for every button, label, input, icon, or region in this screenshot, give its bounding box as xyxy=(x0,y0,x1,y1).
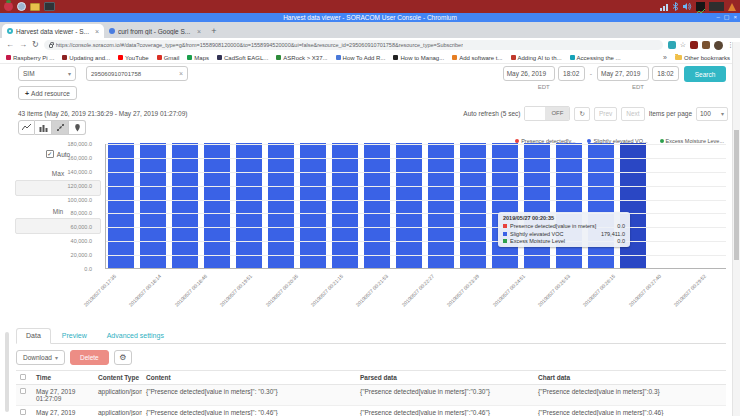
time-cell: May 27, 2019 01:27:09 xyxy=(32,385,94,406)
tab-curl-from-git[interactable]: curl from git - Google S... × xyxy=(104,24,206,38)
bookmark-item[interactable]: Accessing the ... xyxy=(570,55,621,61)
file-manager-icon[interactable] xyxy=(30,3,40,11)
start-datetime: May 26, 2019 18:02 EDT xyxy=(503,66,585,90)
bookmarks-overflow-icon[interactable]: » xyxy=(663,54,667,61)
tab-preview[interactable]: Preview xyxy=(53,329,96,343)
bar[interactable] xyxy=(588,143,614,268)
table-row[interactable]: May 27, 2019 01:23:22application/json{"P… xyxy=(16,406,726,416)
bookmark-item[interactable]: Updating and... xyxy=(62,55,110,61)
bar[interactable] xyxy=(556,143,582,268)
other-bookmarks-button[interactable]: Other bookmarks xyxy=(675,55,730,61)
gridline xyxy=(106,200,726,201)
bookmark-item[interactable]: Gmail xyxy=(157,55,180,61)
bookmark-item[interactable]: Adding AI to th... xyxy=(511,55,562,61)
bookmark-item[interactable]: YouTube xyxy=(118,55,149,61)
bar-chart-button[interactable] xyxy=(35,120,52,135)
bar[interactable] xyxy=(172,143,198,268)
gear-icon[interactable]: ⚙ xyxy=(114,350,132,365)
tab-advanced-settings[interactable]: Advanced settings xyxy=(98,329,173,343)
star-icon[interactable]: ☆ xyxy=(680,41,686,49)
bookmark-item[interactable]: Maps xyxy=(187,55,209,61)
bar[interactable] xyxy=(204,143,230,268)
browser-scrollbar[interactable] xyxy=(732,42,740,416)
terminal-icon[interactable] xyxy=(44,2,55,11)
legend-item[interactable]: Presence detected[v... xyxy=(515,138,575,144)
resource-id-field[interactable]: × xyxy=(86,66,188,81)
prev-button[interactable]: Prev xyxy=(594,107,617,121)
minimize-icon[interactable]: – xyxy=(716,13,719,22)
extension-icon[interactable] xyxy=(668,41,676,49)
clear-icon[interactable]: × xyxy=(179,70,183,77)
bar[interactable] xyxy=(428,143,454,268)
row-checkbox[interactable] xyxy=(20,388,26,394)
table-row[interactable]: May 27, 2019 01:27:09application/json{"P… xyxy=(16,385,726,406)
signal-icon[interactable] xyxy=(660,3,668,11)
bookmark-item[interactable]: CadSoft EAGL... xyxy=(217,55,268,61)
clock-widget[interactable] xyxy=(709,2,724,11)
reload-icon[interactable]: ↻ xyxy=(32,38,39,52)
browser-launcher-icon[interactable] xyxy=(17,2,26,11)
gridline xyxy=(106,227,726,228)
bar[interactable] xyxy=(620,143,646,268)
maximize-icon[interactable]: ▢ xyxy=(724,13,730,22)
bar[interactable] xyxy=(492,143,518,268)
back-icon[interactable]: ← xyxy=(6,38,14,52)
refresh-button[interactable]: ↻ xyxy=(574,107,589,121)
bar[interactable] xyxy=(300,143,326,268)
end-date-input[interactable]: May 27, 2019 xyxy=(597,66,649,81)
tab-close-icon[interactable]: × xyxy=(197,28,201,35)
x-tick-label: 20190527 00:25:53 xyxy=(537,273,572,308)
bookmark-item[interactable]: How To Add R... xyxy=(336,55,386,61)
new-tab-button[interactable]: + xyxy=(206,25,222,38)
auto-refresh-toggle[interactable]: OFF xyxy=(524,106,570,121)
lock-icon xyxy=(49,44,53,48)
forward-icon[interactable]: → xyxy=(19,38,27,52)
row-checkbox[interactable] xyxy=(20,409,26,415)
window-close-icon[interactable]: × xyxy=(733,13,737,22)
url-box[interactable]: https://console.soracom.io/#/data?covera… xyxy=(44,40,663,50)
bar[interactable] xyxy=(364,143,390,268)
delete-button[interactable]: Delete xyxy=(70,350,109,365)
search-button[interactable]: Search xyxy=(684,66,726,82)
profile-avatar[interactable] xyxy=(714,41,723,50)
cpu-monitor-icon[interactable] xyxy=(696,2,705,11)
bluetooth-icon[interactable] xyxy=(672,2,679,11)
extension-icon[interactable] xyxy=(702,41,710,49)
volume-icon[interactable] xyxy=(683,2,692,11)
bar[interactable] xyxy=(108,143,134,268)
legend-dot-icon xyxy=(515,139,519,143)
map-chart-button[interactable] xyxy=(69,120,86,135)
bookmark-item[interactable]: ASRock > X37... xyxy=(276,55,327,61)
start-time-input[interactable]: 18:02 xyxy=(558,66,585,81)
tab-harvest-data-viewer[interactable]: Harvest data viewer - S... × xyxy=(2,24,104,38)
tab-data[interactable]: Data xyxy=(16,328,51,344)
bar[interactable] xyxy=(524,143,550,268)
end-time-input[interactable]: 18:02 xyxy=(652,66,679,81)
bar[interactable] xyxy=(332,143,358,268)
start-date-input[interactable]: May 26, 2019 xyxy=(503,66,555,81)
extension-icon[interactable] xyxy=(690,41,698,49)
line-chart-button[interactable] xyxy=(18,120,35,135)
items-per-page-select[interactable]: 100 ▾ xyxy=(696,107,728,121)
tab-close-icon[interactable]: × xyxy=(95,28,99,35)
bar[interactable] xyxy=(140,143,166,268)
bar[interactable] xyxy=(268,143,294,268)
resource-type-select[interactable]: SIM ▾ xyxy=(18,66,76,81)
scatter-chart-button[interactable] xyxy=(52,120,69,135)
raspberry-menu-icon[interactable] xyxy=(4,2,13,11)
add-resource-button[interactable]: + Add resource xyxy=(18,86,77,100)
bookmark-item[interactable]: Raspberry Pi ... xyxy=(6,55,54,61)
bar[interactable] xyxy=(236,143,262,268)
scrollbar-thumb[interactable] xyxy=(734,130,739,260)
select-all-checkbox[interactable] xyxy=(20,374,26,380)
bar[interactable] xyxy=(460,143,486,268)
bookmark-item[interactable]: Add software t... xyxy=(452,55,502,61)
next-button[interactable]: Next xyxy=(621,107,644,121)
download-button[interactable]: Download ▾ xyxy=(16,350,65,365)
bookmark-item[interactable]: How to Manag... xyxy=(393,55,444,61)
resource-id-input[interactable] xyxy=(91,71,176,77)
bar[interactable] xyxy=(396,143,422,268)
legend-item[interactable]: Slightly elevated VO... xyxy=(587,138,647,144)
panel-scrollbar[interactable] xyxy=(5,332,9,412)
legend-item[interactable]: Excess Moisture Leve... xyxy=(660,138,724,144)
